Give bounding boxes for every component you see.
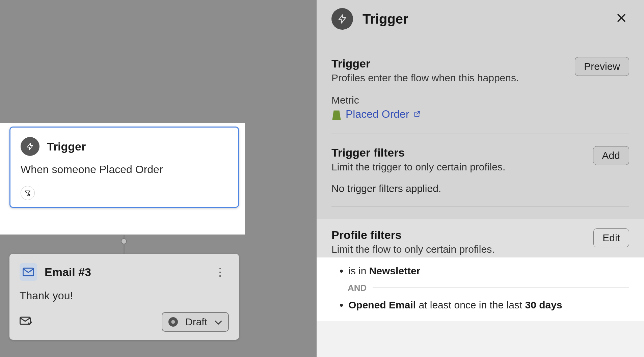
lightning-icon (21, 137, 39, 156)
close-icon[interactable] (614, 9, 629, 29)
trigger-node-title: Trigger (47, 140, 86, 153)
status-dropdown[interactable]: Draft (162, 312, 229, 332)
trigger-node-highlight: Trigger When someone Placed Order (0, 123, 245, 235)
trigger-node[interactable]: Trigger When someone Placed Order (9, 127, 239, 208)
lightning-icon (331, 8, 353, 30)
metric-value: Placed Order (346, 108, 409, 120)
status-dot-icon (168, 317, 178, 327)
svg-point-0 (28, 194, 30, 196)
profile-filter-list: Opened Email at least once in the last 3… (331, 299, 629, 311)
email-node-title: Email #3 (45, 266, 91, 279)
trigger-node-body: When someone Placed Order (21, 163, 228, 176)
profile-filters-section: Profile filters Limit the flow to only c… (317, 219, 644, 321)
trigger-filters-empty: No trigger filters applied. (331, 183, 629, 194)
shopify-icon (331, 109, 342, 120)
chevron-down-icon (215, 317, 222, 327)
filter-icon[interactable] (21, 186, 35, 200)
trigger-section: Trigger Profiles enter the flow when thi… (331, 57, 629, 134)
add-trigger-filter-button[interactable]: Add (593, 146, 629, 165)
email-node[interactable]: Email #3 ⋮ Thank you! Draft (9, 254, 239, 340)
metric-link[interactable]: Placed Order (331, 108, 421, 120)
profile-filter-item: is in Newsletter (348, 265, 629, 277)
flow-canvas[interactable]: Trigger Trigger Profiles enter the flow … (0, 0, 644, 357)
trigger-filters-desc: Limit the trigger to only certain profil… (331, 161, 505, 173)
metric-label: Metric (331, 94, 629, 106)
external-link-icon (413, 108, 421, 120)
trigger-side-panel: Trigger Trigger Profiles enter the flow … (317, 0, 644, 357)
edit-profile-filters-button[interactable]: Edit (593, 228, 629, 247)
panel-body: Trigger Profiles enter the flow when thi… (317, 42, 644, 207)
svg-point-3 (171, 320, 175, 324)
email-node-body: Thank you! (20, 290, 229, 302)
more-icon[interactable]: ⋮ (211, 267, 229, 277)
panel-title: Trigger (363, 11, 604, 27)
panel-header: Trigger (317, 0, 644, 42)
preview-button[interactable]: Preview (575, 57, 629, 76)
filter-connector: AND (348, 283, 629, 293)
trigger-heading: Trigger (331, 57, 519, 70)
connector-handle[interactable] (121, 238, 127, 244)
status-text: Draft (185, 316, 207, 328)
email-icon (20, 263, 37, 281)
profile-filters-heading: Profile filters (331, 228, 495, 242)
profile-filter-list: is in Newsletter (331, 265, 629, 277)
profile-filter-item: Opened Email at least once in the last 3… (348, 299, 629, 311)
trigger-filters-heading: Trigger filters (331, 146, 505, 159)
profile-filters-desc: Limit the flow to only certain profiles. (331, 244, 495, 255)
send-icon[interactable] (20, 317, 32, 327)
trigger-filters-section: Trigger filters Limit the trigger to onl… (331, 146, 629, 207)
trigger-desc: Profiles enter the flow when this happen… (331, 72, 519, 84)
